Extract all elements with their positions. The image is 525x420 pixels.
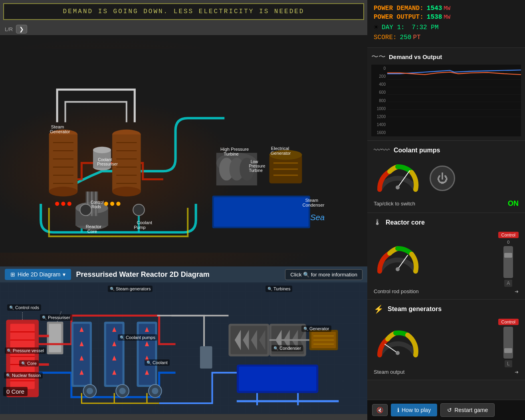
svg-text:Electrical: Electrical	[271, 146, 289, 151]
svg-rect-127	[239, 367, 316, 391]
coolant-pumps-header: 〰〰 Coolant pumps	[374, 146, 519, 155]
svg-rect-132	[387, 65, 521, 127]
svg-point-12	[112, 187, 141, 197]
label-steam-generators[interactable]: 🔍 Steam generators	[108, 286, 153, 292]
control-rod-slider[interactable]	[503, 246, 513, 278]
reactor-3d-svg: Sea Steam Generator Coolant Pressuriser …	[0, 35, 367, 266]
steam-slider-bottom-letter: L	[505, 360, 512, 367]
label-pressure-vessel[interactable]: 🔍 Pressure vessel	[5, 347, 46, 354]
svg-text:Reactor: Reactor	[86, 224, 102, 229]
power-button[interactable]: ⏻	[430, 166, 455, 191]
steam-generators-section: ⚡ Steam generators Control L	[367, 300, 525, 380]
svg-point-63	[133, 204, 145, 216]
svg-text:Turbine: Turbine	[249, 168, 263, 173]
steam-control-badge: Control	[498, 319, 519, 325]
reactor-3d-view: Sea Steam Generator Coolant Pressuriser …	[0, 35, 367, 266]
svg-text:Turbine: Turbine	[224, 152, 239, 156]
on-status: ON	[508, 199, 519, 208]
day-label: DAY 1: 7:32 PM	[382, 24, 438, 31]
chart-section: 〜〜 Demand vs Output 1600 1400 1200 1000 …	[367, 48, 525, 141]
svg-text:Generator: Generator	[271, 151, 291, 156]
svg-rect-96	[139, 324, 155, 385]
generator-label: Generator	[309, 326, 329, 331]
label-coolant-pumps[interactable]: 🔍 Coolant pumps	[118, 334, 157, 341]
search-icon: 🔍	[147, 361, 151, 365]
search-icon: 🔍	[9, 306, 14, 310]
label-control-rods[interactable]: 🔍 Control rods	[7, 304, 41, 311]
power-output-unit: MW	[444, 14, 450, 20]
steam-output-label-row: Steam output ➜	[374, 369, 519, 375]
search-icon: 🔍	[7, 349, 12, 353]
power-output-label: POWER OUTPUT:	[374, 14, 424, 21]
coolant-pumps-section: 〰〰 Coolant pumps	[367, 141, 525, 213]
arrow-button[interactable]: ❯	[16, 25, 27, 34]
svg-text:Pressuriser: Pressuriser	[97, 162, 118, 166]
label-coolant[interactable]: 🔍 Coolant	[145, 359, 170, 366]
reactor-core-gauge	[374, 241, 422, 277]
power-output-value: 1538	[427, 14, 442, 21]
restart-button[interactable]: ↺ Restart game	[440, 403, 495, 417]
diagram-svg	[0, 282, 367, 414]
reactor-core-header: 🌡 Reactor core	[374, 218, 519, 227]
search-icon: 🔍	[6, 373, 11, 378]
label-condenser[interactable]: 🔍 Condenser	[271, 345, 303, 351]
steam-generators-gauge	[374, 325, 422, 361]
lightning-icon: ⚡	[374, 304, 384, 314]
how-to-play-button[interactable]: ℹ How to play	[391, 404, 437, 416]
steam-output-slider[interactable]	[503, 327, 513, 359]
power-output-row: POWER OUTPUT: 1538 MW	[374, 14, 519, 21]
svg-point-24	[93, 147, 111, 153]
svg-text:Steam: Steam	[51, 124, 64, 129]
pumps-content: ⏻	[374, 160, 519, 197]
svg-text:Rods: Rods	[91, 205, 101, 209]
label-nuclear-fission[interactable]: 🔍 Nuclear fission	[4, 372, 43, 379]
svg-point-102	[87, 388, 93, 394]
steam-generators-gauge-row: Control L	[374, 319, 519, 367]
search-icon: 🔍	[303, 327, 308, 331]
svg-point-106	[152, 388, 158, 394]
label-generator[interactable]: 🔍 Generator	[301, 325, 331, 332]
chart-y-axis: 1600 1400 1200 1000 800 600 400 200 0	[371, 65, 387, 136]
chart-icon: 〜〜	[371, 52, 386, 61]
sound-button[interactable]: 🔇	[372, 404, 388, 416]
hide-diagram-label: Hide 2D Diagram	[18, 271, 60, 278]
label-pressuriser[interactable]: 🔍 Pressuriser	[40, 314, 72, 321]
label-turbines[interactable]: 🔍 Turbines	[265, 286, 292, 292]
coolant-label: Coolant	[153, 360, 168, 365]
core-status-label: 0 Core	[3, 387, 28, 396]
svg-text:Low: Low	[251, 160, 258, 164]
svg-rect-84	[73, 324, 90, 385]
search-icon: 🔍	[267, 287, 272, 291]
click-info-button[interactable]: Click 🔍 for more information	[285, 269, 363, 280]
svg-point-141	[396, 185, 400, 189]
reactor-core-section: 🌡 Reactor core Control 0	[367, 213, 525, 300]
svg-point-65	[61, 202, 65, 206]
power-demand-row: POWER DEMAND: 1543 MW	[374, 5, 519, 12]
svg-text:Coolant: Coolant	[98, 158, 112, 162]
restart-label: Restart game	[454, 407, 488, 413]
chart-svg	[387, 65, 521, 127]
pressuriser-label: Pressuriser	[48, 315, 70, 320]
coolant-gauge-wrapper	[374, 160, 422, 197]
diagram-canvas: 🔍 Steam generators 🔍 Turbines 🔍 Control …	[0, 282, 367, 414]
left-panel: DEMAND IS GOING DOWN. LESS ELECTRICITY I…	[0, 0, 367, 420]
svg-point-68	[110, 202, 114, 206]
steam-generators-title: Steam generators	[388, 306, 442, 313]
bottom-bar: 🔇 ℹ How to play ↺ Restart game	[367, 400, 525, 420]
svg-text:Condenser: Condenser	[302, 203, 324, 207]
stats-header: POWER DEMAND: 1543 MW POWER OUTPUT: 1538…	[367, 0, 525, 48]
label-core[interactable]: 🔍 Core	[19, 360, 39, 367]
power-demand-label: POWER DEMAND:	[374, 5, 424, 12]
coolant-gauge	[374, 160, 422, 195]
chart-area	[387, 65, 521, 127]
right-panel: POWER DEMAND: 1543 MW POWER OUTPUT: 1538…	[367, 0, 525, 420]
slider-top-value: 0	[507, 240, 509, 245]
svg-point-62	[80, 204, 91, 216]
svg-rect-41	[214, 197, 309, 227]
coolant-pumps-title: Coolant pumps	[394, 147, 440, 154]
hide-diagram-button[interactable]: ⊞ Hide 2D Diagram ▾	[5, 269, 71, 280]
search-icon: 🔍	[21, 361, 26, 366]
time-display: 7:32 PM	[412, 24, 438, 31]
search-icon: 🔍	[110, 287, 115, 291]
power-demand-unit: MW	[444, 5, 450, 12]
